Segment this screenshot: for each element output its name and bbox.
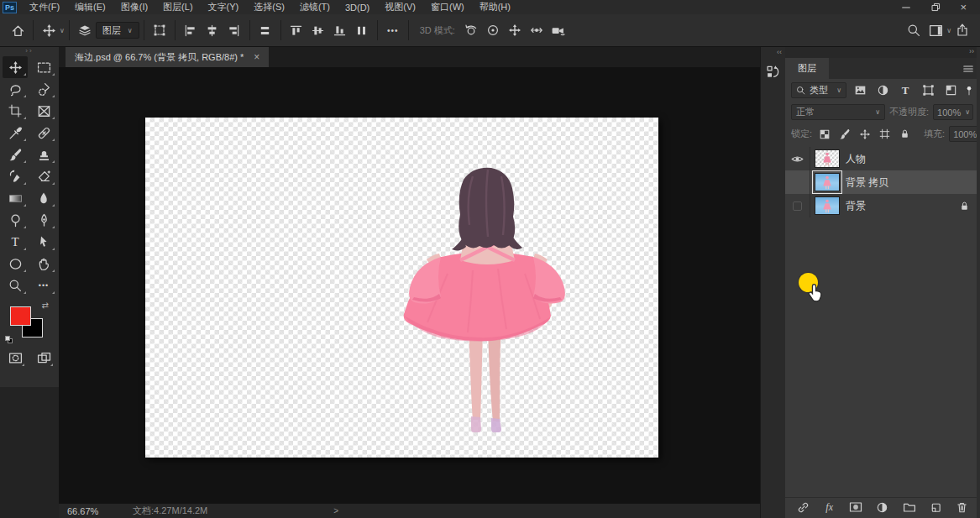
close-button[interactable]: × [960, 1, 967, 13]
close-tab-icon[interactable]: × [254, 51, 259, 63]
menu-edit[interactable]: 编辑(E) [67, 0, 113, 14]
adjustment-layer-icon[interactable] [874, 500, 891, 515]
document-tab[interactable]: 海边.psd @ 66.7% (背景 拷贝, RGB/8#) * × [66, 47, 269, 67]
menu-file[interactable]: 文件(F) [22, 0, 67, 14]
crop-tool[interactable] [3, 100, 28, 122]
default-colors-icon[interactable] [5, 336, 13, 343]
menu-window[interactable]: 窗口(W) [423, 0, 472, 14]
align-top-button[interactable] [286, 19, 307, 41]
swap-colors-icon[interactable]: ⇄ [42, 301, 49, 310]
blend-mode-dropdown[interactable]: 正常 ∨ [791, 104, 885, 120]
distribute-vertical-button[interactable] [351, 19, 373, 41]
pen-tool[interactable] [31, 209, 56, 231]
filter-smart-objects-icon[interactable] [941, 82, 960, 98]
layer-thumbnail[interactable] [815, 149, 840, 168]
foreground-color-swatch[interactable] [10, 306, 31, 326]
lock-position-icon[interactable] [857, 127, 873, 141]
align-middle-button[interactable] [307, 19, 329, 41]
collapse-panel-chevron[interactable]: ›› [785, 47, 980, 58]
new-layer-icon[interactable] [927, 500, 944, 515]
lock-artboard-icon[interactable] [877, 127, 893, 141]
align-right-button[interactable] [223, 19, 245, 41]
filter-type-dropdown[interactable]: 类型 ∨ [791, 82, 846, 98]
layer-thumbnail[interactable] [815, 173, 840, 191]
menu-type[interactable]: 文字(Y) [201, 0, 247, 14]
3d-pan-icon[interactable] [504, 19, 526, 41]
delete-layer-icon[interactable] [954, 500, 971, 515]
lock-image-pixels-icon[interactable] [836, 127, 852, 141]
align-left-button[interactable] [180, 19, 202, 41]
frame-tool[interactable] [31, 100, 56, 122]
new-group-icon[interactable] [901, 500, 918, 515]
history-panel-icon[interactable] [763, 61, 783, 81]
align-center-horizontal-button[interactable] [202, 19, 223, 41]
menu-filter[interactable]: 滤镜(T) [292, 0, 338, 14]
layer-row-figure[interactable]: 人物 [785, 147, 980, 170]
link-layers-icon[interactable] [794, 500, 811, 515]
gradient-tool[interactable] [3, 187, 28, 209]
3d-roll-icon[interactable] [482, 19, 504, 41]
lasso-tool[interactable] [3, 78, 28, 100]
zoom-tool[interactable] [3, 275, 28, 296]
3d-orbit-icon[interactable] [460, 19, 482, 41]
lock-all-icon[interactable] [897, 127, 913, 141]
search-icon[interactable] [903, 19, 925, 41]
3d-camera-icon[interactable] [548, 19, 569, 41]
auto-select-layers-icon[interactable] [74, 19, 96, 41]
quick-mask-button[interactable] [4, 347, 26, 369]
canvas-pasteboard[interactable] [59, 67, 760, 504]
align-bottom-button[interactable] [329, 19, 351, 41]
home-button[interactable] [7, 19, 29, 41]
brush-tool[interactable] [3, 144, 28, 165]
opacity-field[interactable]: 100% ∨ [933, 104, 973, 120]
minimize-button[interactable] [900, 2, 912, 13]
eraser-tool[interactable] [31, 165, 56, 187]
visibility-toggle[interactable] [785, 170, 810, 194]
layer-row-background[interactable]: 背景 [785, 194, 980, 217]
tab-layers[interactable]: 图层 [785, 58, 829, 79]
menu-view[interactable]: 视图(V) [377, 0, 423, 14]
share-image-button[interactable] [951, 19, 973, 41]
layer-row-background-copy[interactable]: 背景 拷贝 [785, 170, 980, 194]
chevron-down-icon[interactable]: ∨ [60, 27, 65, 34]
hand-tool[interactable] [31, 253, 56, 275]
lock-transparent-pixels-icon[interactable] [816, 127, 832, 141]
menu-image[interactable]: 图像(I) [113, 0, 155, 14]
layer-thumbnail[interactable] [815, 196, 840, 215]
rectangular-marquee-tool[interactable] [31, 56, 56, 78]
document-canvas[interactable] [145, 118, 658, 458]
visibility-toggle[interactable] [785, 147, 810, 170]
filter-type-layers-icon[interactable]: T [896, 82, 914, 98]
eyedropper-tool[interactable] [3, 122, 28, 144]
auto-select-target-dropdown[interactable]: 图层 ∨ [96, 22, 139, 39]
blur-tool[interactable] [31, 187, 56, 209]
menu-select[interactable]: 选择(S) [246, 0, 292, 14]
menu-layer[interactable]: 图层(L) [155, 0, 200, 14]
type-tool[interactable]: T [3, 231, 28, 253]
layer-style-icon[interactable]: fx [821, 500, 838, 515]
filter-adjustment-layers-icon[interactable] [873, 82, 892, 98]
edit-toolbar-button[interactable]: ••• [31, 275, 56, 296]
toolbar-grip[interactable]: ›› [0, 47, 59, 56]
screen-mode-button[interactable] [33, 347, 55, 369]
healing-brush-tool[interactable] [31, 122, 56, 144]
filter-shape-layers-icon[interactable] [919, 82, 937, 98]
move-tool-options-icon[interactable] [38, 19, 60, 41]
transform-controls-toggle[interactable] [149, 19, 170, 41]
expand-dock-chevron[interactable]: ‹‹ [761, 47, 785, 58]
add-layer-mask-icon[interactable] [847, 500, 864, 515]
status-expand-chevron[interactable]: > [333, 506, 338, 515]
dodge-tool[interactable] [3, 209, 28, 231]
zoom-level-field[interactable]: 66.67% [59, 506, 133, 516]
workspace-icon[interactable] [925, 19, 946, 41]
clone-stamp-tool[interactable] [31, 144, 56, 165]
history-brush-tool[interactable] [3, 165, 28, 187]
move-tool[interactable] [3, 56, 28, 78]
restore-button[interactable] [930, 2, 941, 13]
more-align-options-button[interactable]: ••• [382, 19, 404, 41]
distribute-horizontal-button[interactable] [254, 19, 276, 41]
menu-help[interactable]: 帮助(H) [472, 0, 518, 14]
fill-field[interactable]: 100% ∨ [949, 126, 980, 142]
ellipse-tool[interactable] [3, 253, 28, 275]
menu-3d[interactable]: 3D(D) [338, 0, 377, 14]
